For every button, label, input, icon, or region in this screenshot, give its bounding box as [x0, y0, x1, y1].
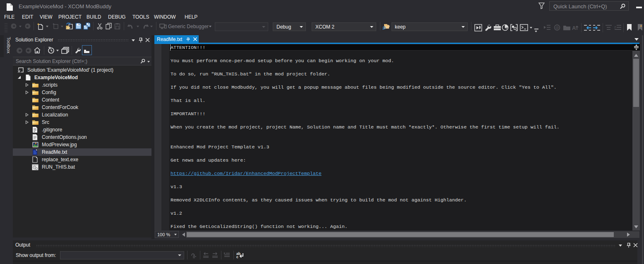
svg-text:c: c [236, 255, 238, 259]
svg-text:2: 2 [614, 25, 616, 29]
svg-text:A: A [572, 25, 576, 31]
svg-text:@: @ [555, 26, 559, 30]
